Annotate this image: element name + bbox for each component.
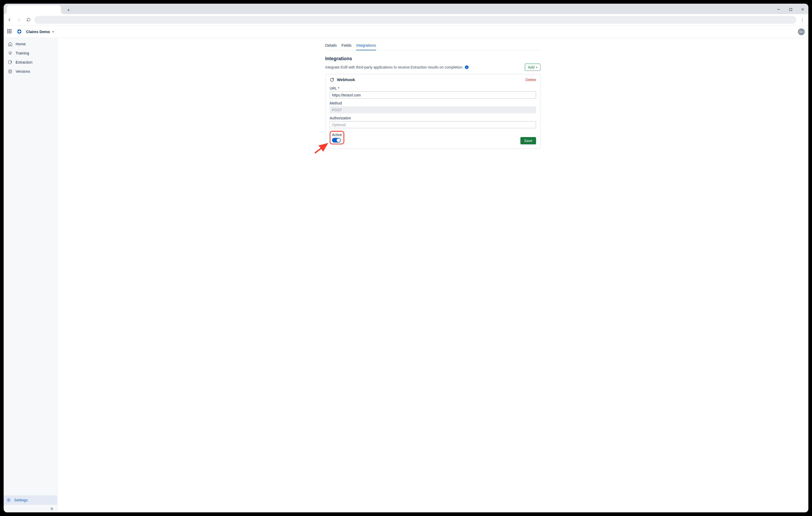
active-toggle-group-highlight: Active [330,131,344,144]
add-button-label: Add [528,65,534,69]
training-icon [8,51,12,56]
method-input [330,106,536,113]
delete-webhook-button[interactable]: Delete [526,78,536,82]
save-button[interactable]: Save [520,137,536,144]
section-title: Integrations [325,56,541,61]
caret-down-icon: ▾ [536,66,537,69]
tab-details[interactable]: Details [325,41,337,50]
sidebar-item-versions[interactable]: Versions [5,67,56,76]
active-toggle[interactable] [332,138,341,143]
svg-point-8 [8,499,9,501]
window-controls [775,6,806,13]
sidebar: Home Training Extraction [4,38,57,512]
browser-menu-button[interactable]: ⋮ [799,17,806,22]
url-label-text: URL [330,86,337,90]
sidebar-collapse-button[interactable] [4,505,57,512]
sidebar-item-label: Training [16,51,29,55]
authorization-label: Authorization [330,116,536,120]
webhook-title: Webhook [337,78,355,82]
app-switcher-icon[interactable] [7,29,12,34]
webhook-card: Webhook Delete URL * [325,74,541,149]
tab-integrations[interactable]: Integrations [356,41,376,50]
content-area: Details Fields Integrations Integrations… [57,38,808,512]
webhook-icon [330,78,334,82]
url-input[interactable] [330,91,536,98]
sidebar-item-label: Extraction [16,60,32,64]
url-label: URL * [330,86,536,90]
svg-point-7 [9,69,12,71]
browser-url-bar[interactable] [34,16,796,24]
window-minimize-button[interactable] [775,6,782,13]
browser-tab-bar: + [4,4,808,14]
browser-reload-button[interactable] [25,17,32,23]
browser-tab[interactable] [7,5,61,14]
sidebar-item-home[interactable]: Home [5,39,56,49]
app-header: Claims Demo SU [4,26,808,38]
browser-forward-button[interactable] [16,17,22,23]
home-icon [8,42,12,47]
chevron-down-icon [52,30,55,33]
sidebar-item-training[interactable]: Training [5,49,56,58]
add-integration-button[interactable]: Add ▾ [525,64,541,71]
gear-icon [6,498,11,503]
active-label: Active [332,133,342,137]
plus-icon: + [67,7,70,13]
svg-rect-1 [790,8,792,11]
browser-toolbar: ⋮ [4,14,808,26]
project-selector[interactable]: Claims Demo [26,30,55,34]
sidebar-item-extraction[interactable]: Extraction [5,58,56,67]
window-maximize-button[interactable] [787,6,794,13]
tab-fields[interactable]: Fields [341,41,351,50]
kebab-icon: ⋮ [800,17,805,22]
avatar-initials: SU [799,30,803,33]
method-label: Method [330,101,536,105]
extraction-icon [8,60,12,65]
browser-back-button[interactable] [6,17,13,23]
sidebar-item-settings[interactable]: Settings [4,496,57,505]
user-avatar[interactable]: SU [798,28,805,35]
new-tab-button[interactable]: + [65,6,72,14]
info-icon[interactable]: i [465,65,468,69]
settings-tabs: Details Fields Integrations [325,40,541,50]
window-close-button[interactable] [799,6,806,13]
section-description: Integrate Exfil with third-party applica… [325,65,525,69]
authorization-input[interactable] [330,121,536,128]
sidebar-item-label: Home [16,42,26,46]
svg-point-5 [10,52,10,53]
sidebar-item-label: Settings [14,498,28,502]
required-marker: * [338,86,339,90]
project-name: Claims Demo [26,30,50,34]
app-logo-icon[interactable] [16,29,22,35]
versions-icon [8,69,12,74]
chevron-double-left-icon [50,507,54,511]
section-description-text: Integrate Exfil with third-party applica… [325,65,463,69]
sidebar-item-label: Versions [16,69,30,74]
